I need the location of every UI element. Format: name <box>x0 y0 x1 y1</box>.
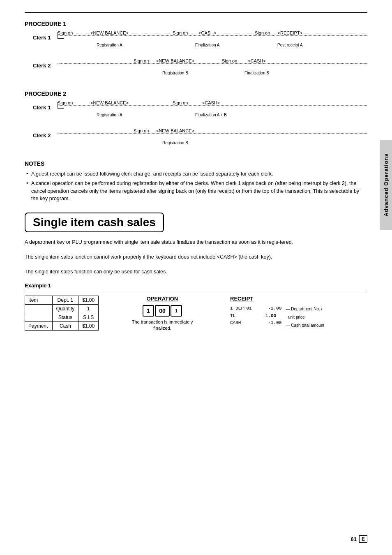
proc2-clerk1-label: Clerk 1 <box>33 104 58 111</box>
table-cell: 1 <box>78 305 99 313</box>
receipt-text-block: 1 DEPT01 ·1.00 TL -1.OO CASH ·1.00 <box>230 305 281 327</box>
section-desc-2: The single item sales function cannot wo… <box>25 253 367 261</box>
procedure-1-clerk1-row: Clerk 1 Sign on <NEW BALANCE> Registrati… <box>33 32 367 53</box>
operation-column: OPERATION 1 00 1 The transaction is imme… <box>99 296 226 332</box>
section-desc-1: A department key or PLU programmed with … <box>25 238 367 246</box>
receipt-column: RECEIPT 1 DEPT01 ·1.00 TL -1.OO CASH ·1.… <box>226 296 367 332</box>
operation-header: OPERATION <box>147 296 178 302</box>
procedure-1-diagram: Clerk 1 Sign on <NEW BALANCE> Registrati… <box>33 32 367 81</box>
table-cell: Status <box>52 313 78 322</box>
example-1-table: Item Dept. 1 $1.00 Quantity 1 Status <box>25 296 99 331</box>
proc1-c1-action6: <RECEIPT> Post receipt A <box>277 30 303 47</box>
proc2-c1-action4: <CASH> Finalization A + B <box>195 100 227 117</box>
key-dept: 1 <box>171 305 182 317</box>
table-cell: Cash <box>52 322 78 331</box>
section-desc-3: The single item sales function can only … <box>25 268 367 276</box>
side-label: Advanced Operations <box>380 140 392 230</box>
table-cell: S.I.S <box>78 313 99 322</box>
receipt-annot-2: unit price <box>286 313 324 321</box>
proc1-c2-action1: Sign on <box>134 58 149 71</box>
page-letter-box: E <box>359 535 367 543</box>
proc1-c1-action2: <NEW BALANCE> Registration A <box>90 30 129 47</box>
procedure-1-title: PROCEDURE 1 <box>25 21 367 27</box>
table-cell: Item <box>25 296 53 305</box>
procedure-2-section: PROCEDURE 2 Clerk 1 Sign on <NEW BALANCE… <box>25 90 367 150</box>
proc1-clerk2-label: Clerk 2 <box>33 62 58 69</box>
proc1-c1-action1: Sign on <box>58 30 73 43</box>
example-1-section: Example 1 Item Dept. 1 $1.00 Quantity <box>25 282 367 332</box>
proc1-c2-action4: <CASH> Finalization B <box>244 58 269 75</box>
proc2-clerk2-line: Sign on <NEW BALANCE> Registration B <box>58 130 367 150</box>
notes-title: NOTES <box>25 160 367 167</box>
page-number: 61 E <box>351 535 367 543</box>
table-cell: Payment <box>25 322 53 331</box>
table-cell <box>25 313 53 322</box>
example-1-table-container: Item Dept. 1 $1.00 Quantity 1 Status <box>25 296 99 332</box>
key-buttons: 1 00 1 <box>143 305 182 317</box>
receipt-line-1: 1 DEPT01 ·1.00 TL -1.OO CASH ·1.00 <box>230 305 281 327</box>
note-item-1: A guest receipt can be issued following … <box>25 170 367 178</box>
proc1-c1-action5: Sign on <box>255 30 270 43</box>
proc1-clerk2-line: Sign on <NEW BALANCE> Registration B Sig… <box>58 60 367 81</box>
example-1-container: Item Dept. 1 $1.00 Quantity 1 Status <box>25 292 367 332</box>
procedure-1-section: PROCEDURE 1 Clerk 1 Sign on <NEW BALANCE… <box>25 21 367 81</box>
table-row: Item Dept. 1 $1.00 <box>25 296 99 305</box>
proc1-clerk1-line: Sign on <NEW BALANCE> Registration A Sig… <box>58 32 367 53</box>
procedure-1-clerk2-row: Clerk 2 Sign on <NEW BALANCE> Registrati… <box>33 60 367 81</box>
procedure-2-diagram: Clerk 1 Sign on <NEW BALANCE> Registrati… <box>33 102 367 150</box>
table-cell: Quantity <box>52 305 78 313</box>
table-row: Quantity 1 <box>25 305 99 313</box>
top-rule <box>25 12 367 13</box>
receipt-header: RECEIPT <box>230 296 363 302</box>
proc1-clerk1-label: Clerk 1 <box>33 35 58 41</box>
proc2-c2-action2: <NEW BALANCE> Registration B <box>156 128 194 145</box>
proc2-c1-action3: Sign on <box>173 100 188 113</box>
proc2-c2-action1: Sign on <box>134 128 149 141</box>
operation-note: The transaction is immediatelyfinalized. <box>132 319 193 332</box>
section-title-box: Single item cash sales <box>25 213 164 232</box>
example-1-title: Example 1 <box>25 282 367 289</box>
table-cell: Dept. 1 <box>52 296 78 305</box>
page-num-text: 61 <box>351 536 357 542</box>
table-cell: $1.00 <box>78 296 99 305</box>
single-item-section: Single item cash sales A department key … <box>25 213 367 276</box>
proc2-c1-action2: <NEW BALANCE> Registration A <box>90 100 129 117</box>
proc1-c1-action4: <CASH> Finalization A <box>195 30 219 47</box>
side-label-text: Advanced Operations <box>383 153 389 216</box>
proc2-clerk2-label: Clerk 2 <box>33 132 58 139</box>
procedure-2-clerk1-row: Clerk 1 Sign on <NEW BALANCE> Registrati… <box>33 102 367 123</box>
receipt-content: 1 DEPT01 ·1.00 TL -1.OO CASH ·1.00 — Dep… <box>230 305 363 330</box>
receipt-annotations: — Department No. / unit price — Cash tot… <box>286 305 324 330</box>
proc2-c1-action1: Sign on <box>58 100 73 113</box>
page: PROCEDURE 1 Clerk 1 Sign on <NEW BALANCE… <box>0 0 392 555</box>
receipt-annot-3: — Cash total amount <box>286 321 324 330</box>
notes-section: NOTES A guest receipt can be issued foll… <box>25 160 367 203</box>
proc1-c2-action3: Sign on <box>222 58 237 71</box>
section-title: Single item cash sales <box>33 216 156 229</box>
proc2-clerk1-line: Sign on <NEW BALANCE> Registration A Sig… <box>58 102 367 123</box>
receipt-annot-1: — Department No. / <box>286 305 324 313</box>
key-00: 00 <box>155 305 170 317</box>
procedure-2-clerk2-row: Clerk 2 Sign on <NEW BALANCE> Registrati… <box>33 130 367 150</box>
table-row: Payment Cash $1.00 <box>25 322 99 331</box>
notes-list: A guest receipt can be issued following … <box>25 170 367 203</box>
key-1: 1 <box>143 305 154 317</box>
table-cell <box>25 305 53 313</box>
proc1-c1-action3: Sign on <box>173 30 188 43</box>
table-row: Status S.I.S <box>25 313 99 322</box>
procedure-2-title: PROCEDURE 2 <box>25 90 367 97</box>
proc1-c2-action2: <NEW BALANCE> Registration B <box>156 58 194 75</box>
note-item-2: A cancel operation can be performed duri… <box>25 180 367 203</box>
table-cell: $1.00 <box>78 322 99 331</box>
